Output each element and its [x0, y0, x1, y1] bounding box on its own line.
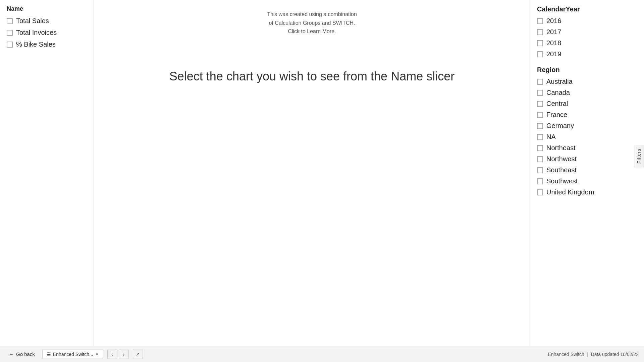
year-2018-checkbox[interactable] — [537, 40, 543, 46]
data-updated-label: Data updated 10/02/22 — [591, 352, 639, 357]
nav-prev-button[interactable]: ‹ — [107, 350, 117, 359]
total-invoices-checkbox[interactable] — [7, 30, 13, 36]
canada-label: Canada — [546, 89, 570, 97]
southwest-checkbox[interactable] — [537, 178, 543, 184]
main-message: Select the chart you wish to see from th… — [169, 69, 454, 83]
filter-item-central[interactable]: Central — [537, 100, 637, 108]
bike-sales-checkbox[interactable] — [7, 42, 13, 48]
germany-checkbox[interactable] — [537, 123, 543, 129]
left-panel: Name Total Sales Total Invoices % Bike S… — [0, 0, 94, 346]
filter-item-southeast[interactable]: Southeast — [537, 166, 637, 174]
filter-item-na[interactable]: NA — [537, 133, 637, 141]
filter-item-australia[interactable]: Australia — [537, 78, 637, 85]
slicer-item-total-sales[interactable]: Total Sales — [7, 17, 87, 25]
germany-label: Germany — [546, 122, 574, 130]
name-slicer-title: Name — [7, 5, 87, 12]
bike-sales-label: % Bike Sales — [16, 41, 56, 48]
southwest-label: Southwest — [546, 177, 578, 185]
na-checkbox[interactable] — [537, 134, 543, 140]
filter-item-northwest[interactable]: Northwest — [537, 155, 637, 163]
tooltip-text[interactable]: This was created using a combination of … — [267, 10, 357, 36]
year-2019-checkbox[interactable] — [537, 51, 543, 57]
go-back-arrow-icon: ← — [9, 351, 14, 357]
expand-icon: ↗ — [136, 352, 140, 357]
filter-item-southwest[interactable]: Southwest — [537, 177, 637, 185]
filter-item-united-kingdom[interactable]: United Kingdom — [537, 188, 637, 196]
canada-checkbox[interactable] — [537, 90, 543, 96]
tooltip-line2: of Calculation Groups and SWITCH. — [269, 20, 355, 26]
tooltip-line1: This was created using a combination — [267, 11, 357, 17]
northwest-checkbox[interactable] — [537, 156, 543, 162]
northwest-label: Northwest — [546, 155, 577, 163]
tab-icon: ☰ — [47, 352, 51, 357]
central-label: Central — [546, 100, 568, 108]
filter-item-france[interactable]: France — [537, 111, 637, 119]
separator: | — [587, 352, 588, 357]
france-label: France — [546, 111, 567, 119]
year-2019-label: 2019 — [546, 50, 561, 58]
filter-item-2019[interactable]: 2019 — [537, 50, 637, 58]
southeast-checkbox[interactable] — [537, 167, 543, 173]
united-kingdom-checkbox[interactable] — [537, 189, 543, 195]
filter-item-northeast[interactable]: Northeast — [537, 144, 637, 152]
australia-label: Australia — [546, 78, 573, 85]
nav-next-button[interactable]: › — [119, 350, 129, 359]
toolbar-left: ← Go back ☰ Enhanced Switch... ▼ ‹ › ↗ — [5, 349, 143, 359]
filter-item-2017[interactable]: 2017 — [537, 28, 637, 36]
go-back-button[interactable]: ← Go back — [5, 349, 38, 359]
year-2018-label: 2018 — [546, 39, 561, 47]
northeast-checkbox[interactable] — [537, 145, 543, 151]
toolbar-right: Enhanced Switch | Data updated 10/02/22 — [548, 352, 639, 357]
central-checkbox[interactable] — [537, 101, 543, 107]
filter-item-2018[interactable]: 2018 — [537, 39, 637, 47]
australia-checkbox[interactable] — [537, 79, 543, 85]
filter-item-germany[interactable]: Germany — [537, 122, 637, 130]
bottom-toolbar: ← Go back ☰ Enhanced Switch... ▼ ‹ › ↗ E… — [0, 346, 644, 362]
slicer-item-total-invoices[interactable]: Total Invoices — [7, 29, 87, 37]
slicer-item-bike-sales[interactable]: % Bike Sales — [7, 41, 87, 48]
year-2017-checkbox[interactable] — [537, 29, 543, 35]
southeast-label: Southeast — [546, 166, 577, 174]
region-section: Region Australia Canada Central France G… — [537, 66, 637, 196]
total-sales-label: Total Sales — [16, 17, 49, 25]
right-panel: CalendarYear 2016 2017 2018 2019 Region — [530, 0, 644, 346]
expand-button[interactable]: ↗ — [133, 350, 143, 359]
chevron-down-icon: ▼ — [95, 352, 99, 356]
center-area: This was created using a combination of … — [94, 0, 530, 346]
total-invoices-label: Total Invoices — [16, 29, 57, 37]
filter-item-canada[interactable]: Canada — [537, 89, 637, 97]
northeast-label: Northeast — [546, 144, 576, 152]
year-2016-checkbox[interactable] — [537, 18, 543, 24]
calendar-year-section: CalendarYear 2016 2017 2018 2019 — [537, 5, 637, 58]
na-label: NA — [546, 133, 556, 141]
calendar-year-title: CalendarYear — [537, 5, 637, 13]
tooltip-link[interactable]: Click to Learn More. — [288, 28, 336, 34]
status-label: Enhanced Switch — [548, 352, 584, 357]
filters-tab[interactable]: Filters — [634, 145, 644, 167]
year-2016-label: 2016 — [546, 17, 561, 25]
region-title: Region — [537, 66, 637, 74]
nav-arrows: ‹ › — [107, 350, 129, 359]
tab-label: Enhanced Switch... — [53, 352, 93, 357]
main-content: Name Total Sales Total Invoices % Bike S… — [0, 0, 644, 346]
tab-enhanced-switch[interactable]: ☰ Enhanced Switch... ▼ — [42, 350, 103, 359]
go-back-label: Go back — [16, 351, 35, 357]
filter-item-2016[interactable]: 2016 — [537, 17, 637, 25]
total-sales-checkbox[interactable] — [7, 18, 13, 24]
united-kingdom-label: United Kingdom — [546, 188, 594, 196]
france-checkbox[interactable] — [537, 112, 543, 118]
year-2017-label: 2017 — [546, 28, 561, 36]
